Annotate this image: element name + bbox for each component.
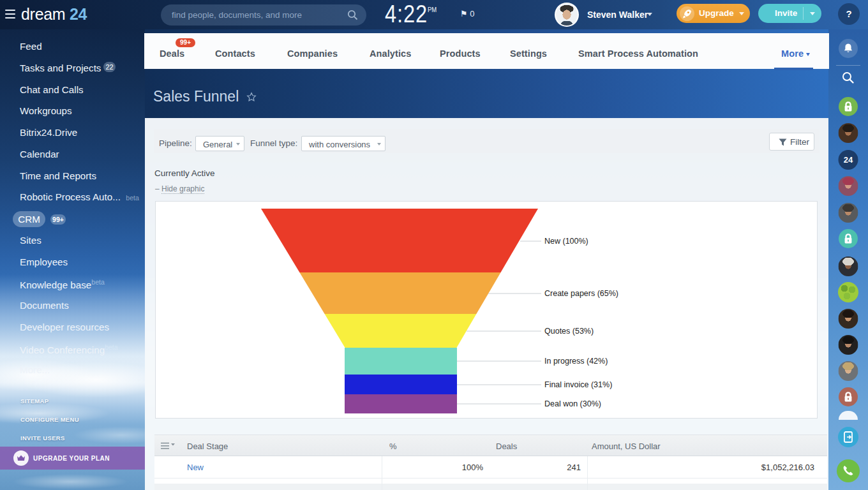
svg-text:Final invoice (31%): Final invoice (31%) xyxy=(544,380,612,389)
svg-text:Deal won (30%): Deal won (30%) xyxy=(544,399,601,408)
svg-text:New (100%): New (100%) xyxy=(544,237,588,246)
svg-text:Create papers (65%): Create papers (65%) xyxy=(544,289,618,298)
svg-text:Quotes (53%): Quotes (53%) xyxy=(544,327,594,336)
svg-text:In progress (42%): In progress (42%) xyxy=(544,357,608,366)
